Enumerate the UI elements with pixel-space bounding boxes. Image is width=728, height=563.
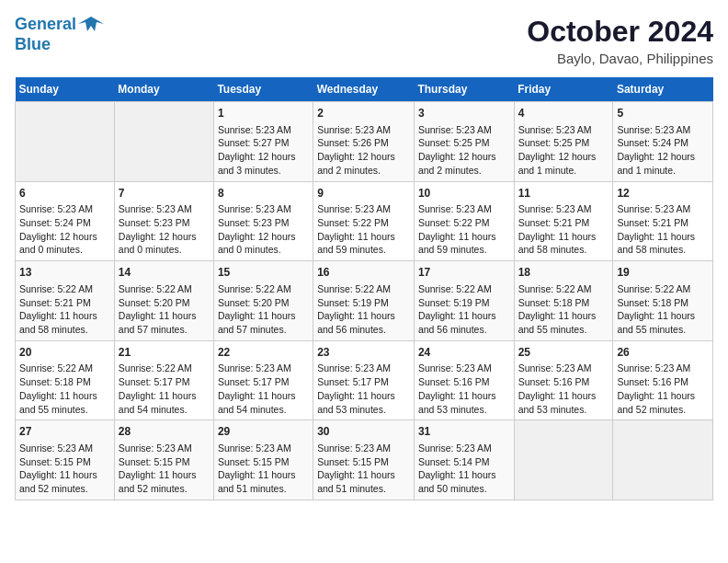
day-number: 9 — [317, 186, 410, 201]
day-info: Sunrise: 5:23 AM Sunset: 5:14 PM Dayligh… — [418, 442, 496, 494]
day-number: 28 — [119, 424, 210, 440]
day-number: 8 — [218, 186, 309, 201]
day-info: Sunrise: 5:23 AM Sunset: 5:17 PM Dayligh… — [218, 362, 296, 414]
day-info: Sunrise: 5:22 AM Sunset: 5:18 PM Dayligh… — [617, 283, 695, 335]
day-info: Sunrise: 5:22 AM Sunset: 5:19 PM Dayligh… — [418, 283, 496, 335]
day-info: Sunrise: 5:23 AM Sunset: 5:21 PM Dayligh… — [617, 203, 695, 255]
svg-marker-0 — [78, 17, 104, 31]
day-number: 31 — [418, 424, 510, 440]
calendar-week-row: 13Sunrise: 5:22 AM Sunset: 5:21 PM Dayli… — [16, 261, 713, 341]
calendar-cell: 16Sunrise: 5:22 AM Sunset: 5:19 PM Dayli… — [313, 261, 415, 341]
logo-text-blue: Blue — [15, 35, 106, 54]
calendar-cell: 23Sunrise: 5:23 AM Sunset: 5:17 PM Dayli… — [313, 340, 415, 420]
calendar-cell: 27Sunrise: 5:23 AM Sunset: 5:15 PM Dayli… — [16, 420, 115, 500]
day-number: 22 — [218, 345, 309, 361]
day-number: 21 — [119, 345, 210, 361]
logo-text-general: General — [15, 15, 76, 33]
calendar-cell — [114, 102, 213, 182]
calendar-table: SundayMondayTuesdayWednesdayThursdayFrid… — [15, 77, 713, 500]
weekday-header-monday: Monday — [114, 77, 213, 102]
day-info: Sunrise: 5:23 AM Sunset: 5:26 PM Dayligh… — [317, 124, 395, 176]
weekday-header-friday: Friday — [514, 77, 613, 102]
logo-text: General — [15, 15, 106, 35]
day-number: 30 — [317, 424, 410, 440]
calendar-cell: 13Sunrise: 5:22 AM Sunset: 5:21 PM Dayli… — [16, 261, 115, 341]
day-info: Sunrise: 5:23 AM Sunset: 5:23 PM Dayligh… — [119, 203, 197, 255]
day-number: 29 — [218, 424, 309, 440]
day-number: 11 — [518, 186, 609, 201]
calendar-cell: 17Sunrise: 5:22 AM Sunset: 5:19 PM Dayli… — [414, 261, 514, 341]
day-info: Sunrise: 5:22 AM Sunset: 5:17 PM Dayligh… — [119, 362, 197, 414]
day-info: Sunrise: 5:23 AM Sunset: 5:15 PM Dayligh… — [218, 442, 296, 494]
day-number: 4 — [518, 106, 609, 121]
calendar-week-row: 6Sunrise: 5:23 AM Sunset: 5:24 PM Daylig… — [16, 181, 713, 261]
calendar-week-row: 20Sunrise: 5:22 AM Sunset: 5:18 PM Dayli… — [16, 340, 713, 420]
day-number: 24 — [418, 345, 510, 361]
day-info: Sunrise: 5:23 AM Sunset: 5:22 PM Dayligh… — [418, 203, 496, 255]
weekday-header-wednesday: Wednesday — [313, 77, 415, 102]
day-number: 10 — [418, 186, 510, 201]
day-number: 15 — [218, 265, 309, 281]
main-title: October 2024 — [527, 15, 713, 49]
calendar-cell: 7Sunrise: 5:23 AM Sunset: 5:23 PM Daylig… — [114, 181, 213, 261]
calendar-cell: 4Sunrise: 5:23 AM Sunset: 5:25 PM Daylig… — [514, 102, 613, 182]
day-info: Sunrise: 5:23 AM Sunset: 5:16 PM Dayligh… — [617, 362, 695, 414]
calendar-cell: 8Sunrise: 5:23 AM Sunset: 5:23 PM Daylig… — [213, 181, 313, 261]
day-number: 5 — [617, 106, 709, 121]
day-number: 25 — [518, 345, 609, 361]
day-number: 16 — [317, 265, 410, 281]
calendar-cell: 9Sunrise: 5:23 AM Sunset: 5:22 PM Daylig… — [313, 181, 415, 261]
calendar-cell: 1Sunrise: 5:23 AM Sunset: 5:27 PM Daylig… — [213, 102, 313, 182]
calendar-cell — [514, 420, 613, 500]
day-info: Sunrise: 5:23 AM Sunset: 5:25 PM Dayligh… — [518, 124, 597, 176]
day-info: Sunrise: 5:23 AM Sunset: 5:16 PM Dayligh… — [518, 362, 597, 414]
day-info: Sunrise: 5:23 AM Sunset: 5:15 PM Dayligh… — [317, 442, 395, 494]
logo: General Blue — [15, 15, 106, 54]
day-info: Sunrise: 5:22 AM Sunset: 5:20 PM Dayligh… — [218, 283, 296, 335]
weekday-header-sunday: Sunday — [16, 77, 115, 102]
weekday-header-row: SundayMondayTuesdayWednesdayThursdayFrid… — [16, 77, 713, 102]
calendar-cell: 25Sunrise: 5:23 AM Sunset: 5:16 PM Dayli… — [514, 340, 613, 420]
day-info: Sunrise: 5:23 AM Sunset: 5:24 PM Dayligh… — [617, 124, 695, 176]
calendar-cell: 14Sunrise: 5:22 AM Sunset: 5:20 PM Dayli… — [114, 261, 213, 341]
calendar-cell: 30Sunrise: 5:23 AM Sunset: 5:15 PM Dayli… — [313, 420, 415, 500]
day-number: 19 — [617, 265, 709, 281]
day-number: 13 — [19, 265, 110, 281]
calendar-cell: 15Sunrise: 5:22 AM Sunset: 5:20 PM Dayli… — [213, 261, 313, 341]
calendar-cell: 12Sunrise: 5:23 AM Sunset: 5:21 PM Dayli… — [613, 181, 713, 261]
calendar-cell: 2Sunrise: 5:23 AM Sunset: 5:26 PM Daylig… — [313, 102, 415, 182]
calendar-cell: 31Sunrise: 5:23 AM Sunset: 5:14 PM Dayli… — [414, 420, 514, 500]
day-number: 2 — [317, 106, 410, 121]
calendar-cell — [613, 420, 713, 500]
day-info: Sunrise: 5:23 AM Sunset: 5:15 PM Dayligh… — [119, 442, 197, 494]
calendar-cell — [16, 102, 115, 182]
calendar-cell: 20Sunrise: 5:22 AM Sunset: 5:18 PM Dayli… — [16, 340, 115, 420]
calendar-cell: 29Sunrise: 5:23 AM Sunset: 5:15 PM Dayli… — [213, 420, 313, 500]
day-info: Sunrise: 5:22 AM Sunset: 5:21 PM Dayligh… — [19, 283, 97, 335]
day-info: Sunrise: 5:23 AM Sunset: 5:21 PM Dayligh… — [518, 203, 597, 255]
calendar-cell: 19Sunrise: 5:22 AM Sunset: 5:18 PM Dayli… — [613, 261, 713, 341]
calendar-cell: 26Sunrise: 5:23 AM Sunset: 5:16 PM Dayli… — [613, 340, 713, 420]
weekday-header-thursday: Thursday — [414, 77, 514, 102]
day-info: Sunrise: 5:22 AM Sunset: 5:18 PM Dayligh… — [518, 283, 597, 335]
calendar-cell: 22Sunrise: 5:23 AM Sunset: 5:17 PM Dayli… — [213, 340, 313, 420]
day-info: Sunrise: 5:22 AM Sunset: 5:18 PM Dayligh… — [19, 362, 97, 414]
calendar-cell: 6Sunrise: 5:23 AM Sunset: 5:24 PM Daylig… — [16, 181, 115, 261]
day-info: Sunrise: 5:22 AM Sunset: 5:19 PM Dayligh… — [317, 283, 395, 335]
day-number: 27 — [19, 424, 110, 440]
calendar-week-row: 1Sunrise: 5:23 AM Sunset: 5:27 PM Daylig… — [16, 102, 713, 182]
logo-bird-icon — [78, 15, 104, 35]
day-info: Sunrise: 5:23 AM Sunset: 5:22 PM Dayligh… — [317, 203, 395, 255]
calendar-cell: 24Sunrise: 5:23 AM Sunset: 5:16 PM Dayli… — [414, 340, 514, 420]
calendar-cell: 11Sunrise: 5:23 AM Sunset: 5:21 PM Dayli… — [514, 181, 613, 261]
calendar-cell: 21Sunrise: 5:22 AM Sunset: 5:17 PM Dayli… — [114, 340, 213, 420]
calendar-cell: 3Sunrise: 5:23 AM Sunset: 5:25 PM Daylig… — [414, 102, 514, 182]
day-number: 23 — [317, 345, 410, 361]
day-info: Sunrise: 5:23 AM Sunset: 5:23 PM Dayligh… — [218, 203, 296, 255]
day-info: Sunrise: 5:23 AM Sunset: 5:24 PM Dayligh… — [19, 203, 97, 255]
day-number: 20 — [19, 345, 110, 361]
day-info: Sunrise: 5:23 AM Sunset: 5:17 PM Dayligh… — [317, 362, 395, 414]
weekday-header-saturday: Saturday — [613, 77, 713, 102]
calendar-cell: 18Sunrise: 5:22 AM Sunset: 5:18 PM Dayli… — [514, 261, 613, 341]
day-info: Sunrise: 5:23 AM Sunset: 5:15 PM Dayligh… — [19, 442, 97, 494]
